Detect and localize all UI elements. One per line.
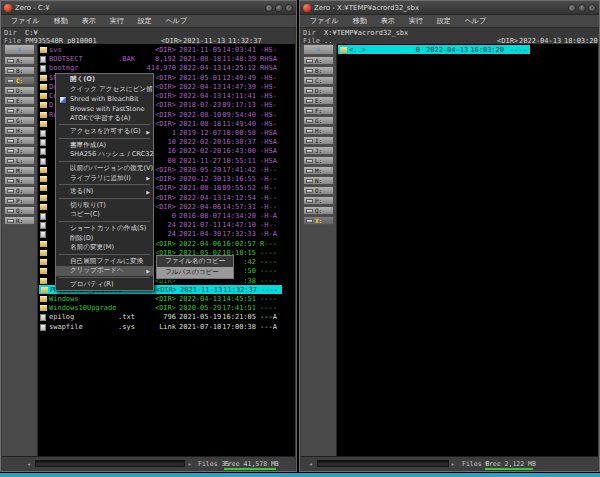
drive-button-F[interactable]: F: <box>4 106 35 115</box>
drive-button-C[interactable]: C: <box>4 76 35 85</box>
drive-button-N[interactable]: N: <box>4 176 35 185</box>
network-drives-button[interactable]: ✳ <box>4 44 35 55</box>
drive-button-P[interactable]: P: <box>303 196 334 205</box>
menu-ヘルプ[interactable]: ヘルプ <box>159 16 195 26</box>
context-menu-item[interactable]: クイック アクセスにピン留めする <box>56 85 153 95</box>
drive-button-G[interactable]: G: <box>4 116 35 125</box>
file-attr: -HSA <box>260 147 277 155</box>
drive-button-G[interactable]: G: <box>303 116 334 125</box>
drive-button-L[interactable]: L: <box>303 156 334 165</box>
titlebar[interactable]: Zero - C:¥ –□× <box>1 1 296 15</box>
minimize-button[interactable]: – <box>568 4 576 12</box>
drive-button-R[interactable]: R: <box>4 216 35 225</box>
file-row[interactable]: epilog.txt7962021-05-1916:21:05---A <box>38 312 295 321</box>
context-menu-item[interactable]: 開く(O) <box>56 75 153 85</box>
drive-button-O[interactable]: O: <box>303 186 334 195</box>
file-row[interactable]: bootmgr414,9702022-04-1314:25:12RHSA <box>38 63 295 72</box>
file-row[interactable]: svs<DIR>2021-11-0514:03:41-HS- <box>38 45 295 54</box>
drive-button-M[interactable]: M: <box>303 166 334 175</box>
drive-button-L[interactable]: L: <box>4 156 35 165</box>
drive-button-E[interactable]: E: <box>303 96 334 105</box>
scroll-right-icon[interactable]: ▸ <box>451 460 455 467</box>
context-menu-item[interactable]: クリップボードへ▶ <box>56 266 153 276</box>
menu-ファイル[interactable]: ファイル <box>4 16 47 26</box>
context-menu-item[interactable]: コピー(C) <box>56 210 153 220</box>
menu-表示[interactable]: 表示 <box>75 16 103 26</box>
submenu-item[interactable]: ファイル名のコピー <box>157 256 233 267</box>
close-button[interactable]: × <box>285 4 293 12</box>
network-drives-button[interactable]: ✳ <box>303 44 334 55</box>
drive-button-M[interactable]: M: <box>4 166 35 175</box>
drive-button-Q[interactable]: Q: <box>4 206 35 215</box>
drive-button-I[interactable]: I: <box>303 136 334 145</box>
file-time: 18:00:58 <box>222 129 256 137</box>
file-row[interactable]: Windows10Upgrade<DIR>2020-05-2917:41:51-… <box>38 303 295 312</box>
drive-button-H[interactable]: H: <box>303 126 334 135</box>
drive-button-X[interactable]: X: <box>303 216 334 225</box>
context-menu-item[interactable]: ATOKで学習する(A) <box>56 113 153 123</box>
file-time: 10:55:11 <box>222 157 256 165</box>
drive-button-J[interactable]: J: <box>303 146 334 155</box>
titlebar[interactable]: Zero - X:¥TEMP¥acrord32_sbx –□× <box>300 1 599 15</box>
drive-button-P[interactable]: P: <box>4 196 35 205</box>
app-icon <box>4 4 12 12</box>
scroll-left-icon[interactable]: ◂ <box>27 460 31 467</box>
drive-button-J[interactable]: J: <box>4 146 35 155</box>
menu-移動[interactable]: 移動 <box>47 16 75 26</box>
context-menu-item[interactable]: Browse with FastStone <box>56 104 153 114</box>
horizontal-scrollbar[interactable] <box>35 460 185 467</box>
scroll-left-icon[interactable]: ◂ <box>309 460 313 467</box>
context-menu-item[interactable]: アクセスを許可する(G)▶ <box>56 127 153 137</box>
context-menu-item[interactable]: 切り取り(T) <box>56 201 153 211</box>
menu-実行[interactable]: 実行 <box>103 16 131 26</box>
menu-移動[interactable]: 移動 <box>346 16 374 26</box>
file-row[interactable]: Windows<DIR>2022-04-1314:45:51---- <box>38 294 295 303</box>
submenu-item[interactable]: フルパスのコピー <box>157 267 233 278</box>
dir-path: X:¥TEMP¥acrord32_sbx <box>324 29 408 37</box>
context-menu-item[interactable]: Shred with BleachBit <box>56 94 153 104</box>
drive-button-A[interactable]: A: <box>303 56 334 65</box>
drive-button-E[interactable]: E: <box>4 96 35 105</box>
maximize-button[interactable]: □ <box>275 4 283 12</box>
context-menu-item[interactable]: 書庫作成(A) <box>56 141 153 151</box>
context-menu-item[interactable]: 削除(D) <box>56 233 153 243</box>
drive-label: R: <box>16 217 23 224</box>
menu-ファイル[interactable]: ファイル <box>303 16 346 26</box>
context-menu-item[interactable]: ショートカットの作成(S) <box>56 224 153 234</box>
drive-button-Q[interactable]: Q: <box>303 206 334 215</box>
horizontal-scrollbar[interactable] <box>317 460 449 467</box>
scroll-right-icon[interactable]: ▸ <box>188 460 192 467</box>
drive-button-N[interactable]: N: <box>303 176 334 185</box>
file-date: 2021-08-18 <box>179 184 221 192</box>
context-menu-item[interactable]: SHA256 ハッシュ / CRC32... <box>56 150 153 160</box>
file-row[interactable]: swapfile.sysLink2021-07-1017:00:38---A <box>38 322 295 331</box>
menu-実行[interactable]: 実行 <box>402 16 430 26</box>
drive-button-B[interactable]: B: <box>4 66 35 75</box>
drive-button-F[interactable]: F: <box>303 106 334 115</box>
drive-button-A[interactable]: A: <box>4 56 35 65</box>
minimize-button[interactable]: – <box>265 4 273 12</box>
file-row[interactable]: <..>02022-04-1316:03:20---- <box>338 45 530 54</box>
drive-button-D[interactable]: D: <box>4 86 35 95</box>
maximize-button[interactable]: □ <box>578 4 586 12</box>
context-menu-item[interactable]: 自己展開ファイルに変換 <box>56 257 153 267</box>
context-menu-item[interactable]: ライブラリに追加(I)▶ <box>56 173 153 183</box>
menu-設定[interactable]: 設定 <box>430 16 458 26</box>
file-row[interactable]: BOOTSECT.BAK8,1922021-08-1811:48:39RHSA <box>38 54 295 63</box>
context-menu-item[interactable]: 送る(N)▶ <box>56 187 153 197</box>
drive-button-H[interactable]: H: <box>4 126 35 135</box>
drive-button-I[interactable]: I: <box>4 136 35 145</box>
menu-表示[interactable]: 表示 <box>374 16 402 26</box>
menu-設定[interactable]: 設定 <box>131 16 159 26</box>
context-menu-item[interactable]: 以前のバージョンの復元(V) <box>56 164 153 174</box>
close-button[interactable]: × <box>588 4 596 12</box>
window-title: Zero - C:¥ <box>15 4 50 12</box>
drive-button-B[interactable]: B: <box>303 66 334 75</box>
drive-button-D[interactable]: D: <box>303 86 334 95</box>
drive-button-O[interactable]: O: <box>4 186 35 195</box>
file-time: 11:32:37 <box>223 286 257 294</box>
context-menu-item[interactable]: 名前の変更(M) <box>56 243 153 253</box>
menu-ヘルプ[interactable]: ヘルプ <box>458 16 494 26</box>
drive-button-C[interactable]: C: <box>303 76 334 85</box>
context-menu-item[interactable]: プロパティ(R) <box>56 280 153 290</box>
